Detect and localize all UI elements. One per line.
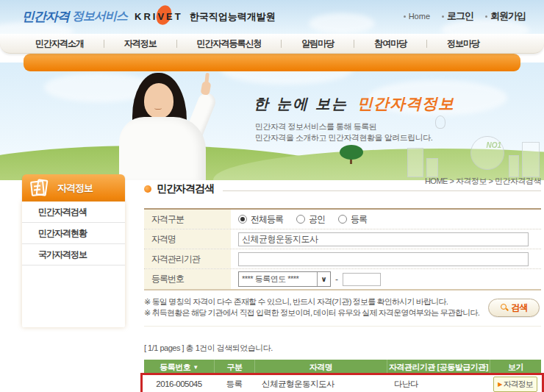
signup-link-label: 회원가입 xyxy=(490,10,526,23)
radio-accredited[interactable]: 공인 xyxy=(296,213,325,226)
cell-reg-no: 2016-005045 xyxy=(144,374,214,392)
search-button[interactable]: 검색 xyxy=(488,299,540,317)
table-row[interactable]: 2016-005045 등록 신체균형운동지도사 다난다 ▶ 자격정보 xyxy=(144,374,541,392)
page: 민간자격 정보서비스 KRIVET 한국직업능력개발원 Home 로그인 회원가… xyxy=(0,0,544,392)
form-row-managing-org: 자격관리기관 xyxy=(144,249,541,269)
radio-checked-icon[interactable] xyxy=(238,215,247,224)
logo-text-primary: 민간자격 xyxy=(22,8,69,25)
form-row-qual-type: 자격구분 전체등록 공인 등록 xyxy=(144,210,541,229)
top-header: 민간자격 정보서비스 KRIVET 한국직업능력개발원 Home 로그인 회원가… xyxy=(0,0,544,34)
nav-item-participation[interactable]: 참여마당 xyxy=(368,38,412,50)
arrow-right-icon: ▶ xyxy=(498,381,502,388)
bullet-icon xyxy=(404,15,406,18)
managing-org-label: 자격관리기관 xyxy=(144,249,231,268)
qual-type-radio-group: 전체등록 공인 등록 xyxy=(238,213,367,226)
hero-banner: NO1 한 눈에 보는 민간자격정보 민간자격 정보서비스를 통해 등록된 민간… xyxy=(0,63,544,180)
nav-divider xyxy=(176,40,177,48)
qual-name-label: 자격명 xyxy=(144,229,231,249)
radio-registered[interactable]: 등록 xyxy=(338,213,367,226)
radio-all-registered[interactable]: 전체등록 xyxy=(238,213,283,226)
tree-decoration xyxy=(340,145,363,160)
sort-desc-icon: ▼ xyxy=(193,364,198,371)
table-header-row: 등록번호 ▼ 구분 자격명 자격관리기관 [공동발급기관] 보기 xyxy=(144,360,541,374)
sidebar-menu: 민간자격검색 민간자격현황 국가자격정보 xyxy=(22,202,125,327)
col-header-reg-no[interactable]: 등록번호 ▼ xyxy=(144,360,214,374)
sidebar: 자격정보 민간자격검색 민간자격현황 국가자격정보 xyxy=(22,174,125,327)
reg-number-input[interactable] xyxy=(343,273,381,286)
main-content: HOME > 자격정보 > 민간자격검색 민간자격검색 자격구분 전체등록 xyxy=(144,179,541,392)
hero-title-prefix: 한 눈에 보는 xyxy=(254,95,348,113)
reg-number-label: 등록번호 xyxy=(144,269,231,289)
qual-info-button[interactable]: ▶ 자격정보 xyxy=(493,377,537,392)
signup-link[interactable]: 회원가입 xyxy=(485,10,526,23)
nav-divider xyxy=(354,40,354,48)
sidebar-header: 자격정보 xyxy=(22,174,125,202)
bullet-icon xyxy=(442,15,444,18)
page-title: 민간자격검색 xyxy=(157,182,214,196)
results-info: [ 1/1 pages ] 총 1건이 검색되었습니다. xyxy=(144,343,541,354)
logo-text-krivet: KRIVET xyxy=(135,11,183,22)
sidebar-item-national-qual-info[interactable]: 국가자격정보 xyxy=(22,244,125,266)
nav-item-info[interactable]: 정보마당 xyxy=(441,38,485,50)
chevron-down-icon: ∨ xyxy=(317,272,330,286)
nav-divider xyxy=(104,40,104,48)
results-table: 등록번호 ▼ 구분 자격명 자격관리기관 [공동발급기관] 보기 2016-00… xyxy=(144,360,541,392)
col-header-reg-no-label: 등록번호 xyxy=(160,362,190,373)
bullet-icon xyxy=(485,15,487,18)
form-row-qual-name: 자격명 xyxy=(144,229,541,249)
search-form: 자격구분 전체등록 공인 등록 xyxy=(144,208,541,291)
radio-all-registered-label: 전체등록 xyxy=(251,213,283,226)
hero-desc-line1: 민간자격 정보서비스를 통해 등록된 xyxy=(255,121,432,132)
sidebar-item-private-qual-search[interactable]: 민간자격검색 xyxy=(22,202,125,223)
search-icon xyxy=(501,304,509,312)
breadcrumb: HOME > 자격정보 > 민간자격검색 xyxy=(425,176,541,187)
cloud-decoration xyxy=(309,13,375,34)
nav-item-notice[interactable]: 알림마당 xyxy=(296,38,340,50)
login-link-label: 로그인 xyxy=(447,10,473,23)
title-divider xyxy=(223,190,541,191)
main-navigation: 민간자격소개 자격정보 민간자격등록신청 알림마당 참여마당 정보마당 xyxy=(0,34,544,54)
col-header-type: 구분 xyxy=(214,360,254,374)
reg-year-select[interactable]: **** 등록연도 **** ∨ xyxy=(238,271,331,287)
radio-accredited-label: 공인 xyxy=(309,213,325,226)
reg-year-select-value: **** 등록연도 **** xyxy=(239,274,317,285)
orange-bullet-icon xyxy=(144,185,151,193)
qual-info-button-label: 자격정보 xyxy=(504,379,533,390)
hero-title: 한 눈에 보는 민간자격정보 xyxy=(254,93,454,114)
hero-description: 민간자격 정보서비스를 통해 등록된 민간자격을 소개하고 민간자격현황을 알려… xyxy=(255,121,432,143)
radio-unchecked-icon[interactable] xyxy=(296,215,305,224)
note-line2: ※ 취득현황은 해당 기관에서 직접 입력한 정보이며, 데이터 유무와 실제 … xyxy=(144,307,541,318)
hero-desc-line2: 민간자격을 소개하고 민간자격현황을 알려드립니다. xyxy=(255,132,432,143)
qual-name-input[interactable] xyxy=(238,232,529,246)
managing-org-input[interactable] xyxy=(238,252,529,266)
col-header-name: 자격명 xyxy=(254,360,387,374)
home-link[interactable]: Home xyxy=(404,12,430,21)
sidebar-item-private-qual-status[interactable]: 민간자격현황 xyxy=(22,223,125,244)
radio-unchecked-icon[interactable] xyxy=(338,215,347,224)
no1-badge: NO1 xyxy=(486,141,501,149)
notes-section: ※ 동일 명칭의 자격이 다수 존재할 수 있으니, 반드시 자격(기관) 정보… xyxy=(144,296,541,327)
document-icon xyxy=(31,179,50,197)
model-photo xyxy=(109,71,252,180)
site-logo[interactable]: 민간자격 정보서비스 KRIVET 한국직업능력개발원 xyxy=(22,8,276,25)
cell-view: ▶ 자격정보 xyxy=(490,374,541,392)
orange-accent-bar xyxy=(24,54,520,71)
sidebar-title: 자격정보 xyxy=(57,182,93,195)
nav-item-intro[interactable]: 민간자격소개 xyxy=(29,38,90,50)
logo-text-institute: 한국직업능력개발원 xyxy=(190,10,276,24)
col-header-view: 보기 xyxy=(490,360,541,374)
utility-links: Home 로그인 회원가입 xyxy=(404,10,526,23)
search-button-label: 검색 xyxy=(512,302,528,314)
reg-number-separator: - xyxy=(335,274,338,285)
cell-org: 다난다 xyxy=(387,374,490,392)
form-row-reg-number: 등록번호 **** 등록연도 **** ∨ - xyxy=(144,269,541,289)
logo-text-secondary: 정보서비스 xyxy=(72,9,127,24)
login-link[interactable]: 로그인 xyxy=(442,10,473,23)
radio-registered-label: 등록 xyxy=(351,213,367,226)
nav-divider xyxy=(426,40,427,48)
home-link-label: Home xyxy=(409,12,430,21)
cell-type: 등록 xyxy=(214,374,254,392)
nav-item-qual-info[interactable]: 자격정보 xyxy=(118,38,162,50)
nav-item-registration[interactable]: 민간자격등록신청 xyxy=(191,38,268,50)
cell-name: 신체균형운동지도사 xyxy=(254,374,387,392)
